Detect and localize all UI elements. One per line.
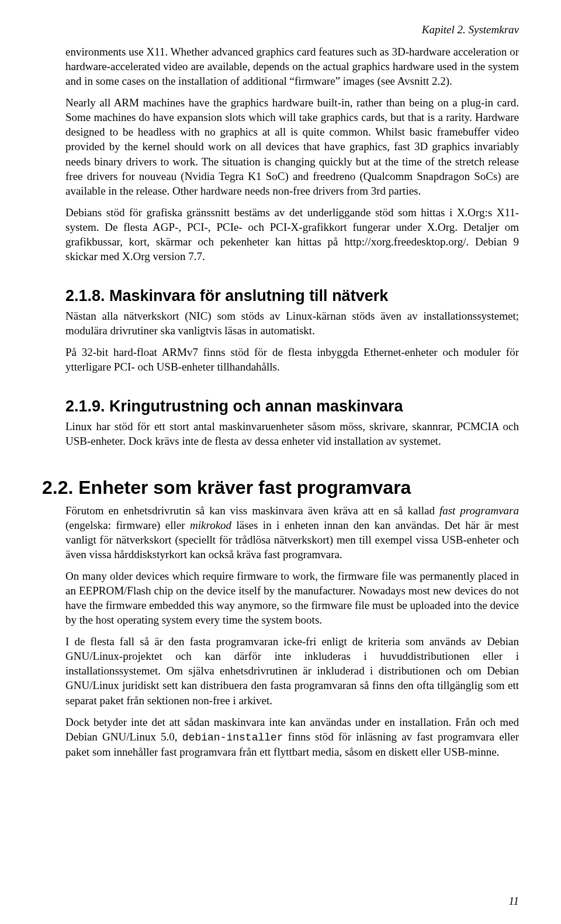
paragraph: Nästan alla nätverkskort (NIC) som stöds…	[65, 309, 519, 338]
paragraph: Dock betyder inte det att sådan maskinva…	[65, 715, 519, 760]
code-text: debian-installer	[182, 732, 283, 743]
page-number: 11	[508, 895, 519, 908]
heading-2-1-8: 2.1.8. Maskinvara för anslutning till nä…	[65, 287, 519, 305]
paragraph: Förutom en enhetsdrivrutin så kan viss m…	[65, 503, 519, 562]
paragraph: Linux har stöd för ett stort antal maski…	[65, 419, 519, 448]
emphasized-text: mikrokod	[190, 519, 231, 531]
document-page: Kapitel 2. Systemkrav environments use X…	[0, 0, 561, 924]
section-2-1-continuation: environments use X11. Whether advanced g…	[65, 44, 519, 449]
text: (engelska: firmware) eller	[65, 519, 190, 531]
paragraph: environments use X11. Whether advanced g…	[65, 44, 519, 88]
section-2-2: 2.2. Enheter som kräver fast programvara…	[42, 477, 519, 760]
running-header: Kapitel 2. Systemkrav	[42, 23, 519, 36]
text: Förutom en enhetsdrivrutin så kan viss m…	[65, 504, 439, 517]
paragraph: On many older devices which require firm…	[65, 569, 519, 627]
emphasized-text: fast programvara	[439, 504, 519, 517]
paragraph: I de flesta fall så är den fasta program…	[65, 634, 519, 707]
heading-2-1-9: 2.1.9. Kringutrustning och annan maskinv…	[65, 397, 519, 416]
paragraph: Debians stöd för grafiska gränssnitt bes…	[65, 205, 519, 264]
paragraph: Nearly all ARM machines have the graphic…	[65, 95, 519, 198]
paragraph: På 32-bit hard-float ARMv7 finns stöd fö…	[65, 345, 519, 374]
heading-2-2: 2.2. Enheter som kräver fast programvara	[42, 477, 519, 499]
